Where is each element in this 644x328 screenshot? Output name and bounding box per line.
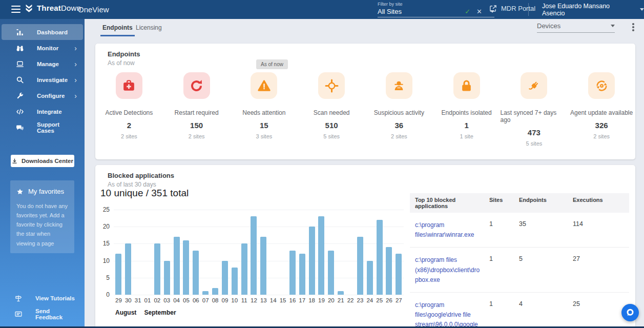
x-axis-tick: 16: [287, 297, 297, 303]
monitor-icon: [16, 44, 24, 52]
stat-tile-restart-required[interactable]: Restart required1502 sites: [163, 72, 231, 147]
padlock-icon: [453, 72, 480, 99]
check-icon: ✓: [465, 8, 470, 15]
x-axis-tick: 03: [162, 297, 172, 303]
chat-button[interactable]: [621, 304, 639, 321]
bar[interactable]: [357, 237, 363, 295]
bar[interactable]: [289, 251, 296, 295]
stat-value: 150: [190, 121, 203, 130]
sidebar-item-investigate[interactable]: Investigate›: [2, 72, 83, 88]
user-menu[interactable]: Jose Eduardo Mansano Asencio: [542, 0, 644, 19]
blocked-app-link[interactable]: c:\program files\winrar\winrar.exe: [410, 220, 484, 240]
clear-filter-icon[interactable]: ✕: [476, 8, 482, 15]
sidebar-item-dashboard[interactable]: Dashboard: [2, 24, 83, 40]
bar[interactable]: [377, 220, 383, 295]
sidebar-item-integrate[interactable]: Integrate: [2, 104, 83, 119]
bar-slot-06: [191, 210, 201, 295]
x-axis-tick: 05: [181, 297, 191, 303]
sidebar-item-support-cases[interactable]: Support Cases: [2, 119, 83, 135]
blocked-app-link[interactable]: c:\program files (x86)\dropbox\client\dr…: [410, 255, 484, 285]
stat-label: Scan needed: [314, 109, 350, 116]
hamburger-menu-icon[interactable]: [11, 6, 20, 13]
stat-label: Restart required: [175, 109, 219, 116]
bar[interactable]: [174, 237, 180, 295]
x-axis-tick: 06: [191, 297, 201, 303]
first-aid-kit-icon: [116, 72, 142, 99]
sidebar-item-configure[interactable]: Configure›: [2, 88, 83, 104]
stat-value: 510: [325, 121, 338, 130]
month-label-august: August: [115, 309, 136, 316]
gridline: [114, 295, 404, 295]
stat-tile-suspicious-activity[interactable]: Suspicious activity362 sites: [365, 72, 433, 147]
bar[interactable]: [260, 237, 266, 295]
bar[interactable]: [338, 291, 344, 295]
bar[interactable]: [367, 261, 373, 295]
kebab-menu-icon[interactable]: [629, 22, 637, 32]
gear-sync-icon: [588, 72, 615, 99]
bar[interactable]: [241, 243, 247, 295]
stat-tile-needs-attention[interactable]: Needs attention153 sites: [231, 72, 298, 147]
downloads-center-button[interactable]: Downloads Center: [11, 155, 74, 167]
feedback-icon: [14, 310, 23, 318]
endpoints-cell: 5: [514, 255, 568, 262]
bar[interactable]: [396, 254, 402, 295]
sidebar-item-manage[interactable]: Manage›: [2, 56, 83, 72]
sites-cell: 1: [484, 300, 514, 308]
stat-tile-last-synced-7-days-ago[interactable]: Last synced 7+ days ago4735 sites: [501, 72, 568, 147]
endpoints-card-subtitle: As of now: [108, 59, 623, 67]
col-header-sites: Sites: [484, 197, 514, 209]
stat-sites: 2 sites: [189, 133, 205, 139]
x-axis-tick: 18: [307, 297, 317, 303]
bar-slot-22: [346, 210, 356, 295]
bar[interactable]: [309, 227, 315, 295]
site-filter-input[interactable]: All Sites: [378, 8, 465, 15]
scan-target-icon: [318, 72, 345, 99]
stat-tile-active-detections[interactable]: Active Detections22 sites: [95, 72, 163, 147]
bar[interactable]: [154, 243, 160, 295]
bar[interactable]: [222, 261, 228, 295]
bar[interactable]: [125, 243, 131, 295]
x-axis-tick: 21: [336, 297, 346, 303]
bar[interactable]: [183, 240, 189, 295]
bar[interactable]: [318, 216, 324, 295]
bar-slot-08: [211, 210, 220, 295]
x-axis-tick: 23: [355, 297, 365, 303]
stat-label: Needs attention: [242, 109, 285, 116]
executions-cell: 114: [568, 220, 629, 228]
stat-tile-agent-update-available[interactable]: Agent update available3262 sites: [568, 72, 635, 147]
bar[interactable]: [328, 251, 334, 295]
bar[interactable]: [299, 254, 305, 295]
bar[interactable]: [202, 291, 209, 295]
stat-sites: 2 sites: [593, 133, 610, 139]
stat-value: 2: [127, 121, 131, 130]
table-row: c:\program files (x86)\dropbox\client\dr…: [410, 248, 629, 293]
executions-cell: 25: [568, 300, 629, 308]
stat-tile-scan-needed[interactable]: Scan needed5105 sites: [298, 72, 365, 147]
stat-sites: 1 site: [460, 133, 473, 139]
tab-licensing[interactable]: Licensing: [134, 20, 164, 35]
chevron-down-icon: [611, 25, 615, 27]
bar[interactable]: [386, 247, 392, 295]
bar-slot-29: [114, 210, 123, 295]
blocked-app-link[interactable]: c:\program files\google\drive file strea…: [410, 300, 484, 328]
stat-label: Agent update available: [570, 109, 633, 116]
bar-slot-27: [394, 210, 404, 295]
bar[interactable]: [212, 288, 218, 295]
user-name: Jose Eduardo Mansano Asencio: [542, 3, 631, 17]
x-axis-tick: 24: [365, 297, 375, 303]
bar-slot-30: [123, 210, 133, 295]
investigate-icon: [16, 76, 24, 84]
favorites-panel: My favorites You do not have any favorit…: [10, 180, 74, 253]
sidebar-item-monitor[interactable]: Monitor›: [2, 40, 83, 56]
view-tutorials-link[interactable]: View Tutorials: [0, 290, 85, 306]
bar[interactable]: [193, 251, 199, 295]
send-feedback-link[interactable]: Send Feedback: [0, 306, 85, 322]
stat-tile-endpoints-isolated[interactable]: Endpoints isolated11 site: [433, 72, 501, 147]
devices-dropdown[interactable]: Devices: [537, 22, 615, 33]
x-axis-tick: 07: [201, 297, 211, 303]
bar[interactable]: [115, 254, 121, 295]
bar[interactable]: [232, 268, 238, 295]
bar[interactable]: [164, 261, 170, 295]
bar[interactable]: [251, 216, 257, 295]
tab-endpoints[interactable]: Endpoints: [100, 20, 135, 36]
